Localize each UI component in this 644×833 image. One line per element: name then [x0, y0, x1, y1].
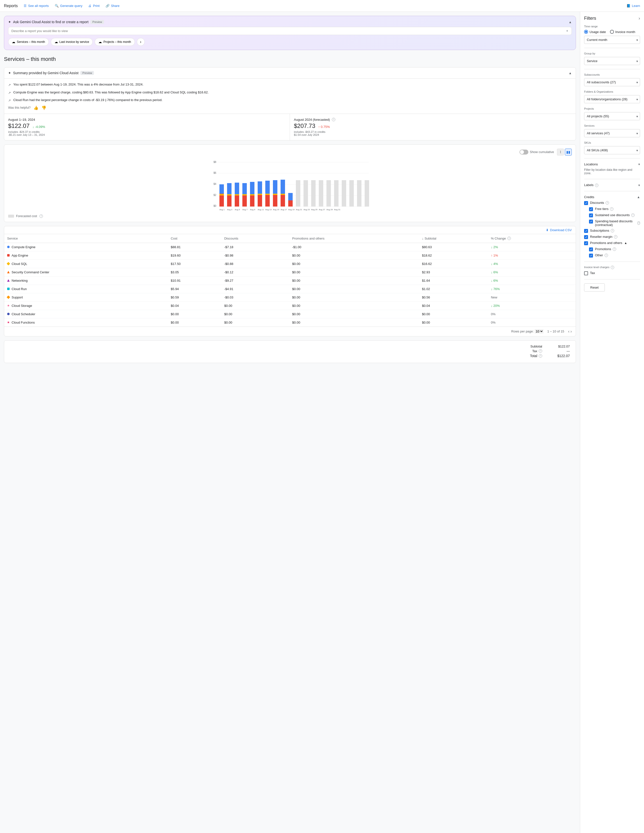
thumbs-down-button[interactable]: 👎 — [42, 106, 46, 110]
forecasted-legend-label: Forecasted cost — [16, 214, 37, 218]
svg-rect-18 — [235, 195, 239, 206]
invoice-charges-section: Invoice level charges ? Tax — [584, 266, 640, 275]
service-name: Support — [11, 296, 23, 299]
promotions-sub-checkbox[interactable] — [589, 248, 593, 251]
locations-header: Locations ▾ — [584, 162, 640, 166]
gcp-icon-2: ☁ — [55, 40, 58, 44]
toggle-thumb — [520, 150, 524, 154]
invoice-month-option[interactable]: Invoice month — [610, 30, 635, 34]
current-amount: $122.07 — [8, 122, 30, 129]
sustained-checkbox[interactable] — [589, 214, 593, 217]
spending-help-icon[interactable]: ? — [638, 221, 640, 225]
tax-checkbox[interactable] — [584, 271, 588, 275]
metric-row: August 1–19, 2024 $122.07 ↓ -4.09% inclu… — [4, 114, 576, 140]
svg-rect-21 — [242, 195, 247, 206]
summary-title: ✦ Summary provided by Gemini Cloud Assis… — [8, 71, 94, 75]
promotions-checkbox[interactable] — [584, 241, 588, 245]
svg-text:Aug 23: Aug 23 — [304, 209, 310, 211]
reset-button[interactable]: Reset — [584, 283, 605, 291]
discounts-help-icon[interactable]: ? — [605, 201, 609, 204]
reseller-help-icon[interactable]: ? — [614, 235, 617, 238]
usage-date-option[interactable]: Usage date — [584, 30, 606, 34]
rows-per-page-select[interactable]: 10 25 50 — [535, 329, 543, 333]
gemini-search-input[interactable] — [11, 29, 564, 33]
discounts-checkbox[interactable] — [584, 201, 588, 205]
group-by-select[interactable]: Service — [584, 57, 640, 65]
quick-report-projects[interactable]: ☁ Projects – this month — [95, 38, 135, 46]
forecasted-help-icon[interactable]: ? — [332, 118, 335, 121]
credits-section: Credits ▲ Discounts ? Free tiers ? — [584, 195, 640, 257]
quick-report-invoice-label: Last invoice by service — [60, 40, 89, 43]
page-navigation: ‹ › — [568, 329, 572, 334]
filters-collapse-icon[interactable]: › — [639, 16, 640, 21]
share-link[interactable]: 🔗 Share — [106, 4, 119, 8]
discounts-label: Discounts ? — [590, 201, 609, 204]
prev-page-button[interactable]: ‹ — [568, 329, 569, 334]
forecasted-legend-help[interactable]: ? — [39, 214, 43, 218]
quick-report-services[interactable]: ☁ Services – this month — [8, 38, 49, 46]
forecasted-change: ↑ 0.75% — [318, 125, 330, 129]
download-csv-button[interactable]: ⬇ Download CSV — [546, 228, 572, 232]
learn-link[interactable]: 📘 Learn — [626, 4, 640, 8]
sort-down-icon: ↓ — [422, 236, 423, 240]
print-link[interactable]: 🖨 Print — [88, 4, 100, 8]
change-help-icon[interactable]: ? — [507, 236, 511, 240]
sustained-help-icon[interactable]: ? — [631, 214, 634, 217]
folders-select[interactable]: All folders/organizations (28) — [584, 95, 640, 103]
subscriptions-help-icon[interactable]: ? — [611, 229, 614, 232]
svg-rect-13 — [219, 194, 224, 194]
invoice-month-label: Invoice month — [615, 30, 635, 34]
skus-select[interactable]: All SKUs (408) — [584, 146, 640, 154]
other-help-icon[interactable]: ? — [605, 254, 608, 257]
credits-collapse-icon[interactable]: ▲ — [637, 195, 640, 199]
reseller-item: Reseller margin ? — [584, 235, 640, 239]
invoice-charges-label: Invoice level charges ? — [584, 266, 640, 269]
projects-select[interactable]: All projects (55) — [584, 112, 640, 120]
table-row: Cloud Storage $0.04 $0.00 $0.00 $0.04 ↓ … — [4, 301, 576, 310]
subaccounts-label: Subaccounts — [584, 73, 640, 76]
svg-text:Aug 15: Aug 15 — [273, 209, 279, 211]
bar-chart-button[interactable]: ▮▮ — [565, 149, 572, 156]
collapse-icon[interactable]: ▲ — [568, 20, 572, 24]
line-chart-button[interactable]: ⌇ — [557, 149, 564, 156]
current-month-select[interactable]: Current month — [584, 36, 640, 44]
tax-help-icon[interactable]: ? — [539, 349, 542, 353]
reset-label: Reset — [590, 286, 599, 289]
change-value: 0% — [491, 321, 496, 324]
other-checkbox[interactable] — [589, 254, 593, 257]
labels-collapse-icon[interactable]: ▾ — [638, 183, 640, 187]
total-help-icon[interactable]: ? — [539, 354, 542, 358]
quick-report-invoice[interactable]: ☁ Last invoice by service — [51, 38, 93, 46]
generate-query-link[interactable]: 🔍 Generate query — [55, 4, 82, 8]
time-range-label: Time range — [584, 25, 640, 28]
see-all-reports-link[interactable]: ☰ See all reports — [24, 4, 49, 8]
subscriptions-checkbox[interactable] — [584, 229, 588, 233]
usage-date-label: Usage date — [589, 30, 606, 34]
reseller-checkbox[interactable] — [584, 235, 588, 239]
promotions-sub-help-icon[interactable]: ? — [613, 248, 616, 251]
time-range-radio-group: Usage date Invoice month — [584, 30, 640, 34]
free-tiers-checkbox[interactable] — [589, 207, 593, 211]
invoice-charges-help-icon[interactable]: ? — [611, 266, 614, 269]
locations-collapse-icon[interactable]: ▾ — [638, 162, 640, 166]
cumulative-toggle[interactable]: Show cumulative — [520, 150, 554, 154]
service-cell: Compute Engine — [7, 245, 165, 249]
quick-report-projects-label: Projects – this month — [103, 40, 131, 43]
more-reports-button[interactable]: › — [137, 38, 145, 46]
labels-help-icon[interactable]: ? — [595, 183, 598, 187]
total-value: $122.07 — [550, 354, 570, 358]
next-page-button[interactable]: › — [570, 329, 572, 334]
subaccounts-select[interactable]: All subaccounts (27) — [584, 78, 640, 86]
filters-title: Filters — [584, 16, 596, 21]
svg-rect-34 — [273, 194, 277, 195]
free-tiers-help-icon[interactable]: ? — [610, 207, 613, 211]
spending-checkbox[interactable] — [589, 220, 593, 224]
summary-collapse-icon[interactable]: ▲ — [568, 71, 572, 75]
promotions-collapse-icon[interactable]: ▲ — [624, 241, 627, 245]
svg-rect-11 — [219, 195, 224, 206]
free-tiers-item: Free tiers ? — [584, 207, 640, 211]
thumbs-up-button[interactable]: 👍 — [34, 106, 39, 110]
svg-text:Aug 7: Aug 7 — [242, 209, 248, 211]
svg-rect-27 — [258, 195, 262, 206]
services-select[interactable]: All services (47) — [584, 129, 640, 137]
